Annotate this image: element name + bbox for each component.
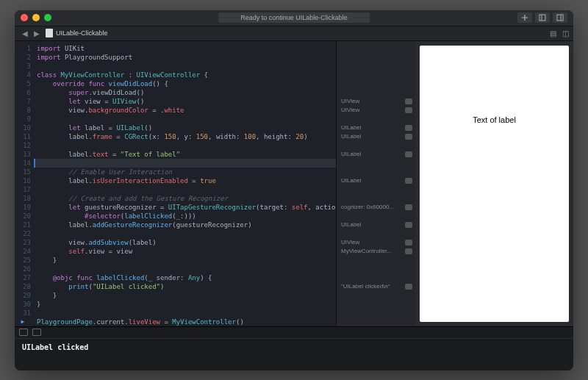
adjust-editor-icon[interactable]: ◫ [562, 29, 569, 37]
code-line[interactable]: label.isUserInteractionEnabled = true [37, 176, 336, 185]
code-line[interactable]: label.addGestureRecognizer(guestureRecog… [37, 221, 336, 229]
code-editor[interactable]: import UIKitimport PlaygroundSupportclas… [34, 41, 336, 326]
result-row [341, 194, 412, 203]
quicklook-icon[interactable] [405, 240, 412, 245]
svg-rect-0 [539, 15, 545, 21]
console-output-toggle[interactable] [32, 329, 41, 336]
code-line[interactable]: @objc func labelClicked(_ sender: Any) { [37, 273, 336, 282]
result-row: UILabel [341, 221, 412, 229]
code-line[interactable]: import UIKit [37, 44, 336, 53]
line-number: 19 [15, 203, 31, 212]
code-line[interactable]: // Create and add the Gesture Recognizer [37, 194, 336, 203]
result-row [341, 300, 412, 309]
result-label: UILabel [341, 132, 362, 141]
preview-uilabel[interactable]: Text of label [473, 115, 516, 124]
result-row [341, 273, 412, 282]
line-number: 13 [15, 150, 31, 159]
result-row [341, 115, 412, 123]
zoom-window-button[interactable] [44, 14, 51, 21]
add-button[interactable] [517, 12, 532, 23]
live-view-panel: Text of label [415, 41, 573, 326]
quicklook-icon[interactable] [405, 125, 412, 131]
code-line[interactable]: label.frame = CGRect(x: 150, y: 150, wid… [37, 132, 336, 141]
line-number: 22 [15, 229, 31, 238]
code-line[interactable] [37, 185, 336, 194]
titlebar-right-controls [517, 12, 567, 23]
quicklook-icon[interactable] [405, 204, 412, 210]
status-pill: Ready to continue UILable-Clickable [218, 12, 370, 23]
code-line[interactable] [37, 141, 336, 150]
minimize-window-button[interactable] [32, 14, 40, 21]
code-line[interactable]: let label = UILabel() [37, 123, 336, 132]
run-playground-button[interactable]: ▶ [15, 318, 31, 326]
line-number: 3 [15, 62, 31, 71]
line-number: 26 [15, 265, 31, 273]
code-line[interactable] [37, 115, 336, 123]
close-window-button[interactable] [21, 14, 28, 21]
nav-back-button[interactable]: ◀ [19, 29, 31, 37]
result-row [341, 168, 412, 176]
line-number: 28 [15, 282, 31, 291]
result-row: UIView [341, 238, 412, 247]
library-toggle-button[interactable] [535, 12, 550, 23]
code-line[interactable] [37, 229, 336, 238]
nav-forward-button[interactable]: ▶ [31, 29, 43, 37]
result-row [341, 318, 412, 326]
quicklook-icon[interactable] [405, 107, 412, 113]
code-line[interactable]: class MyViewController : UIViewControlle… [37, 71, 336, 79]
line-number: 4 [15, 71, 31, 79]
code-line[interactable]: self.view = view [37, 247, 336, 256]
line-number: 2 [15, 53, 31, 62]
code-line[interactable]: import PlaygroundSupport [37, 53, 336, 62]
quicklook-icon[interactable] [405, 178, 412, 184]
xcode-playground-window: Ready to continue UILable-Clickable ◀ ▶ … [15, 10, 573, 370]
line-number: 12 [15, 141, 31, 150]
window-controls [21, 14, 51, 21]
editor-options-icon[interactable]: ▤ [550, 29, 556, 37]
result-label: UILabel [341, 150, 362, 159]
result-row [341, 141, 412, 150]
code-line[interactable] [37, 309, 336, 318]
code-line[interactable]: } [37, 256, 336, 265]
code-line[interactable] [37, 62, 336, 71]
line-number: 9 [15, 115, 31, 123]
code-line[interactable]: // Enable User Interaction [37, 168, 336, 176]
code-line[interactable]: view.backgroundColor = .white [37, 106, 336, 115]
code-line[interactable] [34, 159, 336, 168]
result-row [341, 79, 412, 88]
quicklook-icon[interactable] [405, 284, 412, 290]
quicklook-icon[interactable] [405, 134, 412, 140]
result-label: UIView [341, 97, 359, 106]
result-row: "UILabel clicked\n" [341, 282, 412, 291]
result-row [341, 159, 412, 168]
code-line[interactable]: super.viewDidLoad() [37, 88, 336, 97]
result-label: "UILabel clicked\n" [341, 282, 390, 291]
breadcrumb[interactable]: UILable-Clickable [46, 29, 108, 37]
code-line[interactable]: let view = UIView() [37, 97, 336, 106]
live-view-canvas[interactable]: Text of label [420, 46, 569, 322]
code-line[interactable]: label.text = "Text of label" [37, 150, 336, 159]
line-number: 24 [15, 247, 31, 256]
result-row [341, 53, 412, 62]
result-row: UILabel [341, 123, 412, 132]
code-line[interactable] [37, 265, 336, 273]
quicklook-icon[interactable] [405, 151, 412, 157]
line-number: 31 [15, 309, 31, 318]
code-line[interactable]: print("UILabel clicked") [37, 282, 336, 291]
quicklook-icon[interactable] [405, 248, 412, 254]
console-output[interactable]: UILabel clicked [15, 339, 573, 370]
code-line[interactable]: view.addSubview(label) [37, 238, 336, 247]
code-line[interactable]: } [37, 291, 336, 300]
code-line[interactable]: override func viewDidLoad() { [37, 79, 336, 88]
code-line[interactable]: let guestureRecognizer = UITapGestureRec… [37, 203, 336, 212]
console-variables-toggle[interactable] [19, 329, 28, 336]
code-line[interactable]: #selector(labelClicked(_:))) [37, 212, 336, 221]
result-row [341, 291, 412, 300]
inspectors-toggle-button[interactable] [553, 12, 567, 23]
result-row [341, 256, 412, 265]
code-line[interactable]: PlaygroundPage.current.liveView = MyView… [37, 318, 336, 326]
quicklook-icon[interactable] [405, 98, 412, 104]
quicklook-icon[interactable] [405, 222, 412, 228]
code-line[interactable]: } [37, 300, 336, 309]
line-number: 11 [15, 132, 31, 141]
